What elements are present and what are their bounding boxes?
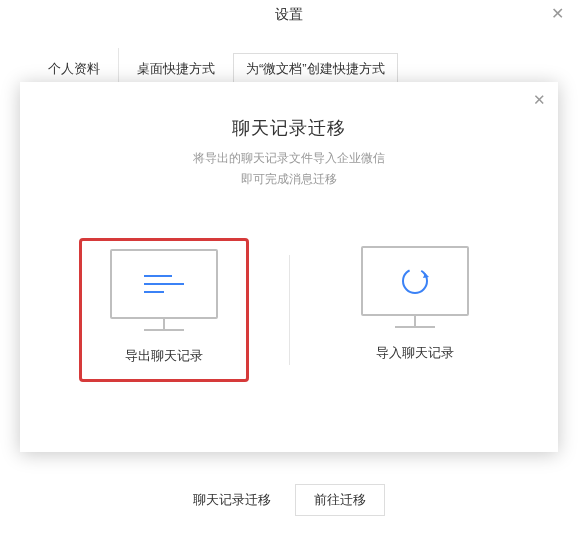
export-lines-icon — [144, 275, 184, 293]
import-option[interactable]: 导入聊天记录 — [300, 238, 530, 362]
tab-shortcut[interactable]: 桌面快捷方式 — [119, 60, 233, 78]
tab-profile[interactable]: 个人资料 — [48, 60, 118, 78]
monitor-stand-base — [395, 326, 435, 328]
refresh-circle-icon — [399, 265, 431, 297]
monitor-icon — [110, 249, 218, 319]
monitor-stand-base — [144, 329, 184, 331]
options-divider — [289, 255, 290, 365]
goto-migrate-button[interactable]: 前往迁移 — [295, 484, 385, 516]
monitor-stand-neck — [163, 319, 165, 329]
export-option[interactable]: 导出聊天记录 — [49, 238, 279, 382]
monitor-stand-neck — [414, 316, 416, 326]
migration-options: 导出聊天记录 导入聊天记录 — [20, 238, 558, 382]
dialog-title: 聊天记录迁移 — [20, 116, 558, 140]
bottom-label: 聊天记录迁移 — [193, 491, 271, 509]
tabs-row: 个人资料 桌面快捷方式 为“微文档”创建快捷方式 — [0, 30, 578, 90]
dialog-close-icon[interactable]: ✕ — [533, 92, 546, 107]
bottom-row: 聊天记录迁移 前往迁移 — [0, 484, 578, 516]
export-highlight: 导出聊天记录 — [79, 238, 249, 382]
window-header: 设置 ✕ — [0, 0, 578, 30]
create-shortcut-button[interactable]: 为“微文档”创建快捷方式 — [233, 53, 398, 85]
svg-point-0 — [399, 265, 431, 297]
window-title: 设置 — [0, 0, 578, 24]
close-icon[interactable]: ✕ — [551, 6, 564, 22]
migration-dialog: ✕ 聊天记录迁移 将导出的聊天记录文件导入企业微信 即可完成消息迁移 导出聊天记… — [20, 82, 558, 452]
import-label: 导入聊天记录 — [376, 344, 454, 362]
dialog-subtitle-2: 即可完成消息迁移 — [20, 171, 558, 188]
export-label: 导出聊天记录 — [125, 347, 203, 365]
dialog-subtitle-1: 将导出的聊天记录文件导入企业微信 — [20, 150, 558, 167]
monitor-icon — [361, 246, 469, 316]
